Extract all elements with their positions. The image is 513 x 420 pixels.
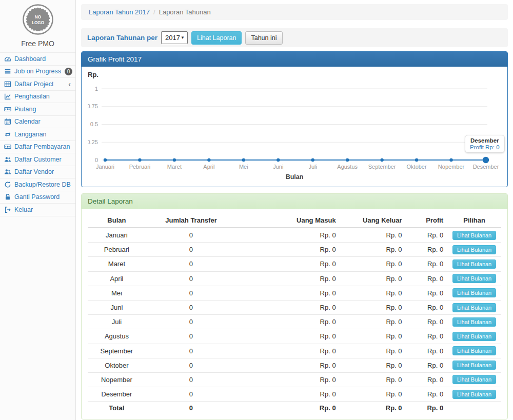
cell-uang_keluar: Rp. 0: [340, 286, 406, 300]
y-tick-label: 0.5: [90, 121, 98, 127]
column-header-jumlah-transfer: Jumlah Transfer: [146, 213, 236, 228]
cell-jumlah_transfer: 0: [146, 358, 236, 372]
cell-pilihan: Lihat Bulanan: [447, 372, 501, 387]
cell-profit: Rp. 0: [406, 271, 448, 286]
sidebar-item-label: Penghasilan: [14, 93, 50, 100]
data-point-pebruari[interactable]: [138, 158, 141, 162]
x-tick-label: Nopember: [438, 164, 465, 170]
data-point-oktober[interactable]: [415, 158, 418, 162]
cell-uang_masuk: Rp. 0: [236, 271, 340, 286]
lihat-bulanan-button[interactable]: Lihat Bulanan: [452, 231, 496, 240]
x-tick-label: Juli: [308, 164, 317, 170]
lihat-bulanan-button[interactable]: Lihat Bulanan: [452, 303, 496, 312]
sidebar-item-ganti-password[interactable]: Ganti Password: [0, 191, 75, 204]
data-point-april[interactable]: [207, 158, 210, 162]
cell-bulan: Pebruari: [88, 243, 146, 257]
cell-pilihan: Lihat Bulanan: [447, 329, 501, 344]
cell-pilihan: Lihat Bulanan: [447, 257, 501, 271]
cell-jumlah_transfer: 0: [146, 344, 236, 358]
cell-uang_masuk: Rp. 0: [236, 358, 340, 372]
sidebar-item-calendar[interactable]: Calendar: [0, 116, 75, 129]
lihat-bulanan-button[interactable]: Lihat Bulanan: [452, 332, 496, 341]
data-point-juni[interactable]: [277, 158, 280, 162]
data-point-mei[interactable]: [242, 158, 245, 162]
sidebar-item-penghasilan[interactable]: Penghasilan: [0, 91, 75, 104]
sidebar-menu: DashboardJob on Progress0Daftar Project‹…: [0, 52, 75, 216]
lihat-bulanan-button[interactable]: Lihat Bulanan: [452, 390, 496, 399]
sidebar-item-keluar[interactable]: Keluar: [0, 204, 75, 216]
cell-profit: Rp. 0: [406, 358, 448, 372]
cell-uang_keluar: Rp. 0: [340, 358, 406, 372]
detail-report-panel: Detail Laporan BulanJumlah TransferUang …: [81, 193, 508, 419]
column-header-bulan: Bulan: [88, 213, 146, 228]
data-point-januari[interactable]: [104, 158, 107, 162]
money-icon: [4, 143, 11, 150]
x-tick-label: April: [203, 164, 214, 170]
count-badge: 0: [65, 68, 72, 75]
cell-pilihan: Lihat Bulanan: [447, 243, 501, 257]
cell-pilihan: Lihat Bulanan: [447, 271, 501, 286]
lihat-bulanan-button[interactable]: Lihat Bulanan: [452, 361, 496, 370]
year-select[interactable]: 2017 ▼: [161, 31, 188, 44]
sidebar-item-label: Daftar Customer: [14, 156, 62, 163]
sidebar-item-backup-restore-db[interactable]: Backup/Restore DB: [0, 178, 75, 191]
lihat-laporan-button[interactable]: Lihat Laporan: [191, 31, 242, 45]
cell-uang_keluar: Rp. 0: [340, 315, 406, 329]
table-row-april: April0Rp. 0Rp. 0Rp. 0Lihat Bulanan: [88, 271, 501, 286]
table-row-total: Total0Rp. 0Rp. 0Rp. 0: [88, 402, 501, 414]
cell-uang_keluar: Rp. 0: [340, 300, 406, 314]
lihat-bulanan-button[interactable]: Lihat Bulanan: [452, 346, 496, 355]
cell-profit: Rp. 0: [406, 286, 448, 300]
cell-uang_keluar: Rp. 0: [340, 329, 406, 344]
users-icon: [4, 168, 11, 175]
breadcrumb-link-laporan-tahun[interactable]: Laporan Tahun 2017: [89, 8, 150, 16]
data-point-agustus[interactable]: [346, 158, 349, 162]
sidebar-item-job-on-progress[interactable]: Job on Progress0: [0, 66, 75, 78]
refresh-icon: [4, 181, 11, 188]
x-tick-label: Oktober: [407, 164, 427, 170]
sidebar-item-daftar-customer[interactable]: Daftar Customer: [0, 153, 75, 166]
breadcrumb-separator: /: [150, 8, 159, 16]
sidebar-item-piutang[interactable]: Piutang: [0, 103, 75, 116]
tahun-ini-button[interactable]: Tahun ini: [245, 31, 282, 45]
sidebar-item-daftar-vendor[interactable]: Daftar Vendor: [0, 166, 75, 179]
sidebar-item-dashboard[interactable]: Dashboard: [0, 53, 75, 66]
table-row-juni: Juni0Rp. 0Rp. 0Rp. 0Lihat Bulanan: [88, 300, 501, 314]
data-point-maret[interactable]: [173, 158, 176, 162]
sidebar-item-daftar-pembayaran[interactable]: Daftar Pembayaran: [0, 141, 75, 154]
lihat-bulanan-button[interactable]: Lihat Bulanan: [452, 375, 496, 384]
total-pilihan-empty: [447, 402, 501, 414]
cell-jumlah_transfer: 0: [146, 315, 236, 329]
cell-uang_keluar: Rp. 0: [340, 271, 406, 286]
lihat-bulanan-button[interactable]: Lihat Bulanan: [452, 288, 496, 297]
sidebar-item-daftar-project[interactable]: Daftar Project‹: [0, 78, 75, 91]
breadcrumb: Laporan Tahun 2017/Laporan Tahunan: [81, 4, 508, 20]
sidebar-item-label: Backup/Restore DB: [14, 181, 71, 188]
y-tick-label: 1: [95, 86, 98, 92]
sidebar-item-label: Langganan: [14, 131, 47, 138]
sidebar-item-langganan[interactable]: Langganan: [0, 128, 75, 141]
lihat-bulanan-button[interactable]: Lihat Bulanan: [452, 317, 496, 327]
cell-pilihan: Lihat Bulanan: [447, 300, 501, 314]
cell-profit: Rp. 0: [406, 344, 448, 358]
lihat-bulanan-button[interactable]: Lihat Bulanan: [452, 259, 496, 269]
cell-profit: Rp. 0: [406, 300, 448, 314]
logo-area: NO LOGO Free PMO: [0, 0, 75, 48]
x-tick-label: Pebruari: [129, 164, 151, 170]
cell-pilihan: Lihat Bulanan: [447, 315, 501, 329]
data-point-juli[interactable]: [311, 158, 314, 162]
cell-uang_masuk: Rp. 0: [236, 286, 340, 300]
cell-uang_masuk: Rp. 0: [236, 300, 340, 314]
table-row-september: September0Rp. 0Rp. 0Rp. 0Lihat Bulanan: [88, 344, 501, 358]
table-row-nopember: Nopember0Rp. 0Rp. 0Rp. 0Lihat Bulanan: [88, 372, 501, 387]
lihat-bulanan-button[interactable]: Lihat Bulanan: [452, 274, 496, 283]
data-point-september[interactable]: [380, 158, 383, 162]
cell-uang_keluar: Rp. 0: [340, 387, 406, 402]
cell-bulan: Juni: [88, 300, 146, 314]
cell-uang_masuk: Rp. 0: [236, 344, 340, 358]
sidebar-item-label: Ganti Password: [14, 193, 60, 201]
data-point-desember[interactable]: [483, 157, 489, 163]
lihat-bulanan-button[interactable]: Lihat Bulanan: [452, 245, 496, 254]
data-point-nopember[interactable]: [449, 158, 452, 162]
caret-down-icon: ▼: [181, 35, 185, 40]
